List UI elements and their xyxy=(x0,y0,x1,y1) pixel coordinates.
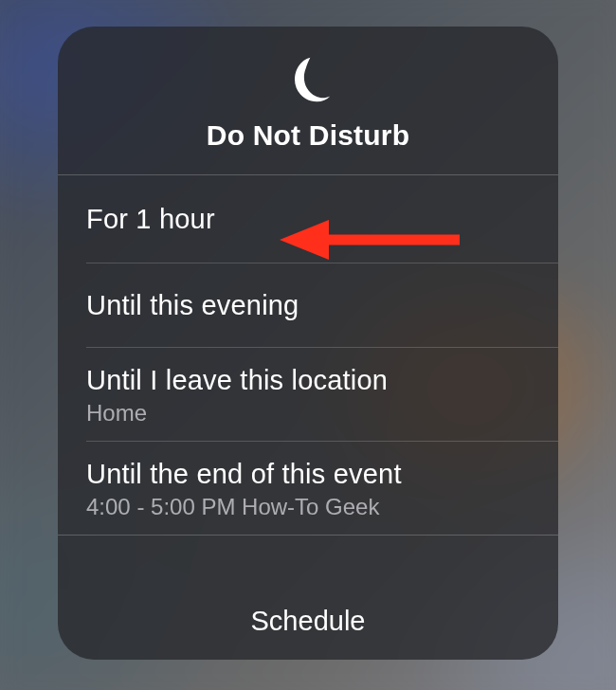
option-label: Until the end of this event xyxy=(86,459,530,490)
option-label: For 1 hour xyxy=(86,204,530,235)
schedule-button[interactable]: Schedule xyxy=(58,585,558,660)
moon-icon xyxy=(281,53,335,106)
panel-header: Do Not Disturb xyxy=(58,27,558,175)
do-not-disturb-panel: Do Not Disturb For 1 hour Until this eve… xyxy=(58,27,558,660)
option-label: Until I leave this location xyxy=(86,365,530,396)
option-sublabel: Home xyxy=(86,400,530,427)
option-label: Until this evening xyxy=(86,290,530,321)
option-until-leave-location[interactable]: Until I leave this location Home xyxy=(58,348,558,442)
schedule-label: Schedule xyxy=(58,606,558,637)
option-for-1-hour[interactable]: For 1 hour xyxy=(58,175,558,263)
option-until-end-event[interactable]: Until the end of this event 4:00 - 5:00 … xyxy=(58,442,558,536)
options-list: For 1 hour Until this evening Until I le… xyxy=(58,175,558,585)
option-sublabel: 4:00 - 5:00 PM How-To Geek xyxy=(86,494,530,520)
option-until-evening[interactable]: Until this evening xyxy=(58,263,558,348)
panel-title: Do Not Disturb xyxy=(207,119,409,152)
